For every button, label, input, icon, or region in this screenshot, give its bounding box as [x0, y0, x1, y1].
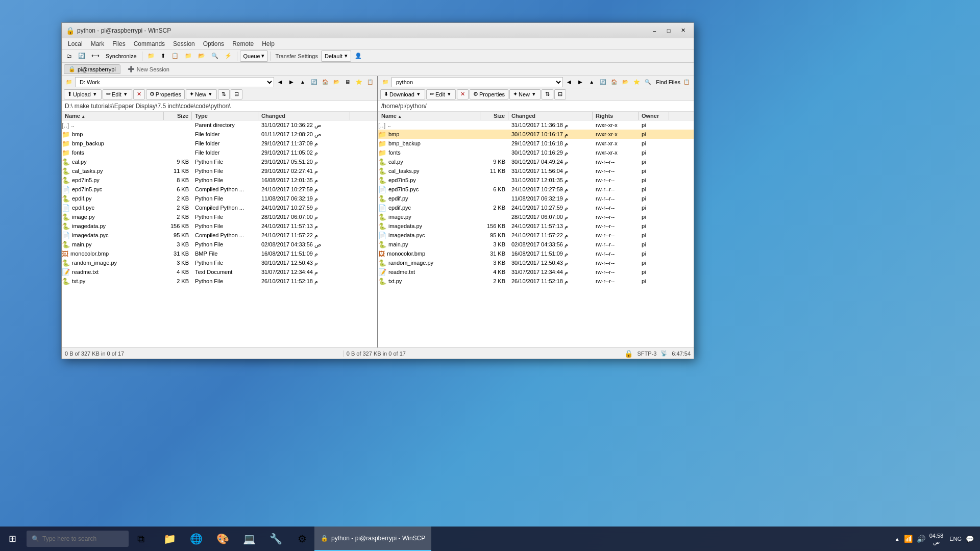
left-sort-button[interactable]: ⇅ [218, 89, 230, 99]
table-row[interactable]: 📝 readme.txt 4 KB 31/07/2017 12:34:44 م … [378, 267, 694, 277]
chrome-icon[interactable]: 🌐 [184, 527, 208, 551]
right-root[interactable]: 📂 [620, 77, 630, 87]
right-file-list[interactable]: Name Size Changed Rights Owner [..] .. 3… [378, 112, 694, 347]
table-row[interactable]: 📁 fonts File folder 29/10/2017 11:05:02 … [62, 148, 377, 157]
left-new-button[interactable]: ✦ New ▾ [186, 89, 217, 99]
right-edit-dropdown[interactable]: ▾ [446, 91, 452, 97]
toolbar-local-folder[interactable]: 🗂 [64, 51, 75, 62]
left-drive-combo[interactable]: D: Work [75, 77, 274, 87]
toolbar-btn6[interactable]: 🔍 [209, 51, 221, 62]
right-col-rights[interactable]: Rights [593, 112, 639, 120]
left-browse-button[interactable]: 📁 [64, 77, 74, 87]
toolbar-refresh[interactable]: 🔄 [76, 51, 88, 62]
table-row[interactable]: 🐍 epd7in5.py 8 KB Python File 16/08/2017… [62, 176, 377, 185]
left-col-size[interactable]: Size [164, 112, 192, 120]
menu-options[interactable]: Options [199, 39, 228, 48]
table-row[interactable]: 📄 epdif.pyc 2 KB 24/10/2017 10:27:59 م r… [378, 203, 694, 212]
table-row[interactable]: 🐍 txt.py 2 KB Python File 26/10/2017 11:… [62, 277, 377, 286]
left-x-button[interactable]: ✕ [133, 89, 145, 99]
table-row[interactable]: 📄 epd7in5.pyc 6 KB Compiled Python ... 2… [62, 185, 377, 194]
table-row[interactable]: 🐍 main.py 3 KB Python File 02/08/2017 04… [62, 240, 377, 249]
right-copy-path[interactable]: 📋 [681, 77, 692, 87]
download-dropdown-icon[interactable]: ▾ [415, 91, 422, 97]
table-row[interactable]: 📄 imagedata.pyc 95 KB 24/10/2017 11:57:2… [378, 231, 694, 240]
table-row[interactable]: 🐍 epdif.py 2 KB Python File 11/08/2017 0… [62, 194, 377, 203]
toolbar-btn4[interactable]: 📁 [182, 51, 194, 62]
table-row[interactable]: [..] .. 31/10/2017 11:36:18 م rwxr-xr-x … [378, 120, 694, 130]
app4-icon[interactable]: ⚙ [290, 527, 314, 551]
explorer-icon[interactable]: 📁 [157, 527, 182, 551]
queue-button[interactable]: Queue ▾ [240, 51, 268, 62]
left-bookmarks[interactable]: ⭐ [354, 77, 364, 87]
menu-local[interactable]: Local [64, 39, 87, 48]
table-row[interactable]: 🐍 image.py 2 KB Python File 28/10/2017 0… [62, 212, 377, 221]
table-row[interactable]: 🐍 epdif.py 11/08/2017 06:32:19 م rw-r--r… [378, 194, 694, 203]
menu-help[interactable]: Help [258, 39, 279, 48]
table-row[interactable]: 📝 readme.txt 4 KB Text Document 31/07/20… [62, 267, 377, 277]
minimize-button[interactable]: – [648, 26, 661, 36]
left-filter-button[interactable]: ⊟ [231, 89, 242, 99]
right-nav-prev[interactable]: ◀ [564, 77, 574, 87]
table-row[interactable]: 📄 imagedata.pyc 95 KB Compiled Python ..… [62, 231, 377, 240]
close-button[interactable]: ✕ [676, 26, 690, 36]
menu-session[interactable]: Session [169, 39, 199, 48]
table-row[interactable]: 🐍 txt.py 2 KB 26/10/2017 11:52:18 م rw-r… [378, 277, 694, 286]
table-row[interactable]: 📄 epdif.pyc 2 KB Compiled Python ... 24/… [62, 203, 377, 212]
left-copy-path[interactable]: 📋 [365, 77, 375, 87]
right-col-owner[interactable]: Owner [639, 112, 669, 120]
table-row[interactable]: 📁 fonts 30/10/2017 10:16:29 م rwxr-xr-x … [378, 148, 694, 157]
winscp-taskbar-app[interactable]: 🔒 python - pi@raspberrypi - WinSCP [314, 527, 431, 551]
left-home[interactable]: 🏠 [320, 77, 330, 87]
table-row[interactable]: 🐍 cal_tasks.py 11 KB Python File 29/10/2… [62, 166, 377, 176]
toolbar-sync[interactable]: ⟷ [89, 51, 102, 62]
left-col-changed[interactable]: Changed [258, 112, 350, 120]
table-row[interactable]: 📄 epd7in5.pyc 6 KB 24/10/2017 10:27:59 م… [378, 185, 694, 194]
download-button[interactable]: ⬇ Download ▾ [380, 89, 425, 99]
left-edit-dropdown[interactable]: ▾ [122, 91, 129, 97]
right-properties-button[interactable]: ⚙ Properties [470, 89, 508, 99]
right-edit-button[interactable]: ✏ Edit ▾ [426, 89, 456, 99]
task-view-button[interactable]: ⧉ [129, 527, 153, 551]
table-row[interactable]: 📁 bmp File folder 01/11/2017 12:08:20 ص [62, 130, 377, 139]
left-nav-up[interactable]: ▲ [298, 77, 308, 87]
table-row[interactable]: 🐍 main.py 3 KB 02/08/2017 04:33:56 م rw-… [378, 240, 694, 249]
table-row[interactable]: [..] .. Parent directory 31/10/2017 10:3… [62, 120, 377, 130]
left-properties-button[interactable]: ⚙ Properties [146, 89, 185, 99]
speaker-icon[interactable]: 🔊 [917, 535, 925, 543]
taskbar-search[interactable]: 🔍 [27, 531, 129, 547]
right-drive-combo[interactable]: python [391, 77, 563, 87]
table-row[interactable]: 🐍 cal_tasks.py 11 KB 31/10/2017 11:56:04… [378, 166, 694, 176]
left-root[interactable]: 📂 [331, 77, 341, 87]
right-new-button[interactable]: ✦ New ▾ [509, 89, 541, 99]
left-nav-next[interactable]: ▶ [286, 77, 297, 87]
right-filter-button[interactable]: ⊟ [554, 89, 566, 99]
left-refresh[interactable]: 🔄 [309, 77, 319, 87]
left-col-name[interactable]: Name [62, 112, 164, 120]
right-home[interactable]: 🏠 [609, 77, 619, 87]
table-row[interactable]: 🐍 epd7in5.py 31/10/2017 12:01:35 م rw-r-… [378, 176, 694, 185]
toolbar-btn2[interactable]: ⬆ [158, 51, 168, 62]
right-refresh[interactable]: 🔄 [598, 77, 608, 87]
menu-commands[interactable]: Commands [130, 39, 169, 48]
table-row[interactable]: 🐍 image.py 28/10/2017 06:07:00 م rw-r--r… [378, 212, 694, 221]
tray-arrow[interactable]: ▲ [895, 536, 900, 542]
right-sort-button[interactable]: ⇅ [542, 89, 553, 99]
right-nav-next[interactable]: ▶ [575, 77, 585, 87]
table-row[interactable]: 🐍 imagedata.py 156 KB 24/10/2017 11:57:1… [378, 221, 694, 231]
toolbar-btn3[interactable]: 📋 [169, 51, 181, 62]
app3-icon[interactable]: 🔧 [263, 527, 288, 551]
right-col-changed[interactable]: Changed [508, 112, 593, 120]
lang-indicator[interactable]: ENG [949, 536, 962, 542]
start-button[interactable]: ⊞ [0, 527, 24, 551]
right-new-dropdown[interactable]: ▾ [531, 91, 537, 97]
table-row[interactable]: 🖼 monocolor.bmp 31 KB 16/08/2017 11:51:0… [378, 249, 694, 258]
left-file-list[interactable]: Name Size Type Changed [..] .. Parent di… [62, 112, 377, 347]
menu-remote[interactable]: Remote [228, 39, 258, 48]
app1-icon[interactable]: 🎨 [210, 527, 235, 551]
table-row[interactable]: 🐍 random_image.py 3 KB Python File 30/10… [62, 258, 377, 267]
tray-clock[interactable]: 04:58 ص [929, 533, 944, 545]
right-browse-button[interactable]: 📁 [380, 77, 390, 87]
transfer-settings-combo[interactable]: Default ▾ [321, 51, 351, 62]
app2-icon[interactable]: 💻 [237, 527, 261, 551]
table-row[interactable]: 📁 bmp 30/10/2017 10:16:17 م rwxr-xr-x pi [378, 130, 694, 139]
